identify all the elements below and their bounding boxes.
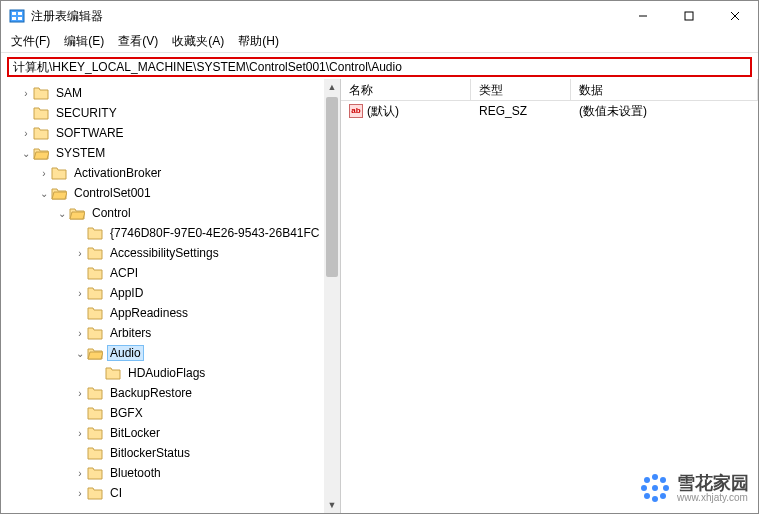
tree-label: SAM (53, 85, 85, 101)
folder-icon (87, 446, 103, 460)
folder-icon (51, 186, 67, 200)
folder-icon (87, 326, 103, 340)
tree-node[interactable]: HDAudioFlags (1, 363, 340, 383)
tree-label: Control (89, 205, 134, 221)
expand-icon[interactable]: ⌄ (55, 208, 69, 219)
menu-file[interactable]: 文件(F) (11, 33, 50, 50)
expand-icon[interactable]: ⌄ (19, 148, 33, 159)
tree-node[interactable]: AppReadiness (1, 303, 340, 323)
address-bar[interactable] (7, 57, 752, 77)
window-buttons (620, 1, 758, 31)
svg-rect-2 (18, 12, 22, 15)
svg-rect-6 (685, 12, 693, 20)
expand-icon[interactable]: › (73, 288, 87, 299)
close-button[interactable] (712, 1, 758, 31)
scroll-thumb[interactable] (326, 97, 338, 277)
folder-icon (87, 486, 103, 500)
maximize-button[interactable] (666, 1, 712, 31)
expand-icon[interactable]: ⌄ (37, 188, 51, 199)
folder-icon (87, 426, 103, 440)
value-data: (数值未设置) (571, 103, 758, 120)
folder-icon (87, 226, 103, 240)
value-name: (默认) (367, 104, 399, 118)
tree-label: SECURITY (53, 105, 120, 121)
registry-tree[interactable]: ›SAMSECURITY›SOFTWARE⌄SYSTEM›ActivationB… (1, 79, 341, 513)
tree-node[interactable]: ›SAM (1, 83, 340, 103)
tree-label: BitLocker (107, 425, 163, 441)
expand-icon[interactable]: › (19, 128, 33, 139)
tree-node[interactable]: SECURITY (1, 103, 340, 123)
tree-node[interactable]: ›CI (1, 483, 340, 503)
menubar: 文件(F) 编辑(E) 查看(V) 收藏夹(A) 帮助(H) (1, 31, 758, 53)
svg-rect-0 (10, 10, 24, 22)
col-type[interactable]: 类型 (471, 79, 571, 100)
tree-label: Arbiters (107, 325, 154, 341)
svg-point-11 (641, 485, 647, 491)
window-title: 注册表编辑器 (31, 8, 620, 25)
menu-favorites[interactable]: 收藏夹(A) (172, 33, 224, 50)
expand-icon[interactable]: ⌄ (73, 348, 87, 359)
tree-node[interactable]: ›SOFTWARE (1, 123, 340, 143)
tree-node[interactable]: ›ActivationBroker (1, 163, 340, 183)
tree-node[interactable]: ›AccessibilitySettings (1, 243, 340, 263)
values-rows: ab(默认)REG_SZ(数值未设置) (341, 101, 758, 121)
scroll-up-button[interactable]: ▲ (324, 79, 340, 95)
tree-label: {7746D80F-97E0-4E26-9543-26B41FC (107, 225, 322, 241)
folder-icon (69, 206, 85, 220)
folder-icon (87, 386, 103, 400)
expand-icon[interactable]: › (73, 428, 87, 439)
col-name[interactable]: 名称 (341, 79, 471, 100)
menu-help[interactable]: 帮助(H) (238, 33, 279, 50)
value-type: REG_SZ (471, 104, 571, 118)
svg-point-14 (660, 477, 666, 483)
tree-node[interactable]: ›Arbiters (1, 323, 340, 343)
folder-icon (33, 86, 49, 100)
tree-node[interactable]: BitlockerStatus (1, 443, 340, 463)
tree-label: Audio (107, 345, 144, 361)
tree-node[interactable]: ›BitLocker (1, 423, 340, 443)
tree-node[interactable]: ›BackupRestore (1, 383, 340, 403)
expand-icon[interactable]: › (73, 328, 87, 339)
values-header: 名称 类型 数据 (341, 79, 758, 101)
col-data[interactable]: 数据 (571, 79, 758, 100)
folder-icon (33, 106, 49, 120)
tree-label: ActivationBroker (71, 165, 164, 181)
tree-label: AppID (107, 285, 146, 301)
menu-view[interactable]: 查看(V) (118, 33, 158, 50)
folder-icon (87, 246, 103, 260)
minimize-button[interactable] (620, 1, 666, 31)
tree-label: BGFX (107, 405, 146, 421)
expand-icon[interactable]: › (37, 168, 51, 179)
tree-node[interactable]: ⌄Audio (1, 343, 340, 363)
tree-node[interactable]: ›Bluetooth (1, 463, 340, 483)
scroll-down-button[interactable]: ▼ (324, 497, 340, 513)
tree-scrollbar[interactable]: ▲ ▼ (324, 79, 340, 513)
expand-icon[interactable]: › (73, 468, 87, 479)
tree-label: ACPI (107, 265, 141, 281)
app-icon (9, 8, 25, 24)
expand-icon[interactable]: › (73, 248, 87, 259)
tree-node[interactable]: ACPI (1, 263, 340, 283)
svg-point-10 (652, 496, 658, 502)
menu-edit[interactable]: 编辑(E) (64, 33, 104, 50)
svg-rect-4 (18, 17, 22, 20)
expand-icon[interactable]: › (73, 388, 87, 399)
tree-node[interactable]: ›AppID (1, 283, 340, 303)
tree-node[interactable]: ⌄ControlSet001 (1, 183, 340, 203)
folder-icon (51, 166, 67, 180)
values-pane: 名称 类型 数据 ab(默认)REG_SZ(数值未设置) (341, 79, 758, 513)
expand-icon[interactable]: › (73, 488, 87, 499)
expand-icon[interactable]: › (19, 88, 33, 99)
address-bar-container (7, 57, 752, 77)
tree-node[interactable]: ⌄SYSTEM (1, 143, 340, 163)
string-value-icon: ab (349, 104, 363, 118)
tree-label: AppReadiness (107, 305, 191, 321)
tree-label: ControlSet001 (71, 185, 154, 201)
value-row[interactable]: ab(默认)REG_SZ(数值未设置) (341, 101, 758, 121)
folder-icon (87, 306, 103, 320)
tree-node[interactable]: BGFX (1, 403, 340, 423)
tree-node[interactable]: {7746D80F-97E0-4E26-9543-26B41FC (1, 223, 340, 243)
folder-icon (87, 286, 103, 300)
tree-label: HDAudioFlags (125, 365, 208, 381)
tree-node[interactable]: ⌄Control (1, 203, 340, 223)
